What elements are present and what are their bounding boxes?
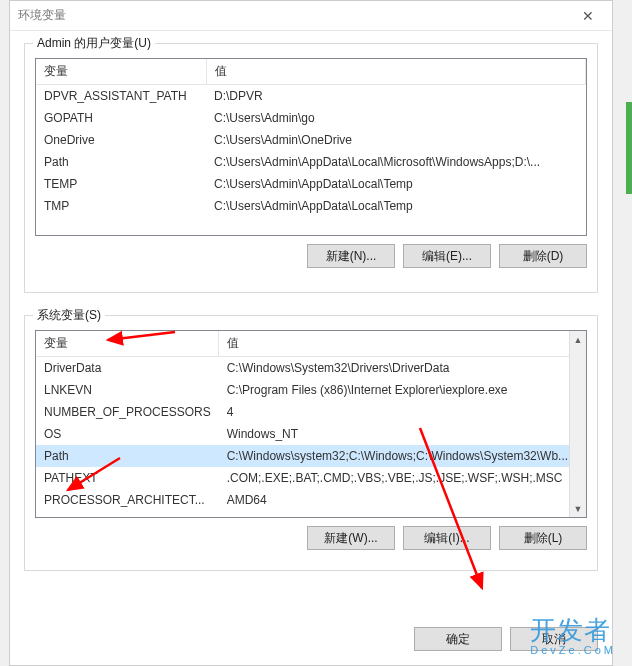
- system-vars-buttons: 新建(W)... 编辑(I)... 删除(L): [35, 526, 587, 550]
- window-title: 环境变量: [18, 7, 572, 24]
- var-name-cell: DriverData: [36, 357, 219, 380]
- sys-col-variable[interactable]: 变量: [36, 331, 219, 357]
- ok-button[interactable]: 确定: [414, 627, 502, 651]
- system-vars-table-wrap: 变量 值 DriverDataC:\Windows\System32\Drive…: [35, 330, 587, 518]
- edge-strip: [626, 102, 632, 194]
- var-value-cell: C:\Program Files (x86)\Internet Explorer…: [219, 379, 576, 401]
- table-row[interactable]: TEMPC:\Users\Admin\AppData\Local\Temp: [36, 173, 586, 195]
- system-edit-button[interactable]: 编辑(I)...: [403, 526, 491, 550]
- system-vars-table[interactable]: 变量 值 DriverDataC:\Windows\System32\Drive…: [36, 331, 577, 511]
- user-vars-group: Admin 的用户变量(U) 变量 值 DPVR_ASSISTANT_PATHD…: [24, 43, 598, 293]
- var-name-cell: DPVR_ASSISTANT_PATH: [36, 85, 206, 108]
- table-row[interactable]: OneDriveC:\Users\Admin\OneDrive: [36, 129, 586, 151]
- var-value-cell: C:\Users\Admin\AppData\Local\Microsoft\W…: [206, 151, 586, 173]
- system-delete-button[interactable]: 删除(L): [499, 526, 587, 550]
- scroll-down-icon[interactable]: ▼: [570, 500, 586, 517]
- cancel-button[interactable]: 取消: [510, 627, 598, 651]
- var-name-cell: Path: [36, 445, 219, 467]
- user-delete-button[interactable]: 删除(D): [499, 244, 587, 268]
- user-vars-buttons: 新建(N)... 编辑(E)... 删除(D): [35, 244, 587, 268]
- table-row[interactable]: LNKEVNC:\Program Files (x86)\Internet Ex…: [36, 379, 576, 401]
- var-name-cell: PROCESSOR_ARCHITECT...: [36, 489, 219, 511]
- var-name-cell: OS: [36, 423, 219, 445]
- user-col-value[interactable]: 值: [206, 59, 586, 85]
- close-button[interactable]: ✕: [572, 5, 604, 27]
- var-name-cell: NUMBER_OF_PROCESSORS: [36, 401, 219, 423]
- var-name-cell: TEMP: [36, 173, 206, 195]
- table-row[interactable]: PROCESSOR_ARCHITECT...AMD64: [36, 489, 576, 511]
- var-value-cell: 4: [219, 401, 576, 423]
- user-vars-table-wrap: 变量 值 DPVR_ASSISTANT_PATHD:\DPVRGOPATHC:\…: [35, 58, 587, 236]
- var-value-cell: D:\DPVR: [206, 85, 586, 108]
- user-vars-label: Admin 的用户变量(U): [33, 35, 155, 52]
- titlebar: 环境变量 ✕: [10, 1, 612, 31]
- table-row[interactable]: PathC:\Windows\system32;C:\Windows;C:\Wi…: [36, 445, 576, 467]
- table-row[interactable]: PathC:\Users\Admin\AppData\Local\Microso…: [36, 151, 586, 173]
- table-row[interactable]: DriverDataC:\Windows\System32\Drivers\Dr…: [36, 357, 576, 380]
- content-area: Admin 的用户变量(U) 变量 值 DPVR_ASSISTANT_PATHD…: [10, 31, 612, 617]
- system-vars-group: 系统变量(S) 变量 值 DriverDataC:\Windows\System…: [24, 315, 598, 571]
- var-value-cell: C:\Users\Admin\OneDrive: [206, 129, 586, 151]
- var-value-cell: Windows_NT: [219, 423, 576, 445]
- var-value-cell: C:\Users\Admin\AppData\Local\Temp: [206, 173, 586, 195]
- system-vars-label: 系统变量(S): [33, 307, 105, 324]
- scrollbar[interactable]: ▲ ▼: [569, 331, 586, 517]
- table-row[interactable]: GOPATHC:\Users\Admin\go: [36, 107, 586, 129]
- var-value-cell: C:\Windows\system32;C:\Windows;C:\Window…: [219, 445, 576, 467]
- var-value-cell: C:\Users\Admin\AppData\Local\Temp: [206, 195, 586, 217]
- var-name-cell: TMP: [36, 195, 206, 217]
- var-name-cell: GOPATH: [36, 107, 206, 129]
- var-value-cell: C:\Windows\System32\Drivers\DriverData: [219, 357, 576, 380]
- var-value-cell: AMD64: [219, 489, 576, 511]
- var-name-cell: PATHEXT: [36, 467, 219, 489]
- user-vars-table[interactable]: 变量 值 DPVR_ASSISTANT_PATHD:\DPVRGOPATHC:\…: [36, 59, 586, 217]
- scroll-up-icon[interactable]: ▲: [570, 331, 586, 348]
- var-name-cell: OneDrive: [36, 129, 206, 151]
- table-row[interactable]: DPVR_ASSISTANT_PATHD:\DPVR: [36, 85, 586, 108]
- user-col-variable[interactable]: 变量: [36, 59, 206, 85]
- dialog-actions: 确定 取消: [10, 617, 612, 665]
- var-name-cell: Path: [36, 151, 206, 173]
- table-row[interactable]: NUMBER_OF_PROCESSORS4: [36, 401, 576, 423]
- sys-col-value[interactable]: 值: [219, 331, 576, 357]
- var-name-cell: LNKEVN: [36, 379, 219, 401]
- close-icon: ✕: [582, 8, 594, 24]
- table-row[interactable]: OSWindows_NT: [36, 423, 576, 445]
- var-value-cell: .COM;.EXE;.BAT;.CMD;.VBS;.VBE;.JS;.JSE;.…: [219, 467, 576, 489]
- var-value-cell: C:\Users\Admin\go: [206, 107, 586, 129]
- env-vars-dialog: 环境变量 ✕ Admin 的用户变量(U) 变量 值 DPVR_ASSISTAN…: [9, 0, 613, 666]
- user-edit-button[interactable]: 编辑(E)...: [403, 244, 491, 268]
- system-new-button[interactable]: 新建(W)...: [307, 526, 395, 550]
- user-new-button[interactable]: 新建(N)...: [307, 244, 395, 268]
- table-row[interactable]: TMPC:\Users\Admin\AppData\Local\Temp: [36, 195, 586, 217]
- table-row[interactable]: PATHEXT.COM;.EXE;.BAT;.CMD;.VBS;.VBE;.JS…: [36, 467, 576, 489]
